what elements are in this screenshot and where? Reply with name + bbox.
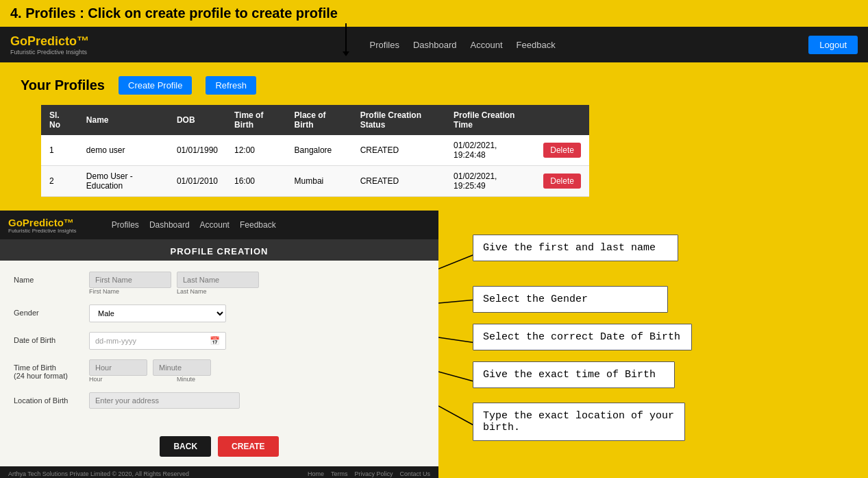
calendar-icon: 📅 <box>210 336 220 346</box>
tob-label: Time of Birth (24 hour format) <box>14 359 89 380</box>
lower-section: GoPredicto™ Futuristic Predictive Insigh… <box>0 211 868 478</box>
profiles-title: Your Profiles <box>21 77 105 93</box>
cell-name: demo user <box>78 135 169 166</box>
delete-button-2[interactable]: Delete <box>543 174 581 189</box>
tob-minute-label: Minute <box>177 376 259 383</box>
profiles-section: Your Profiles Create Profile Refresh Sl.… <box>0 62 868 211</box>
profiles-table-wrapper: Sl. No Name DOB Time of Birth Place of B… <box>41 105 847 197</box>
dob-row: Date of Birth dd-mm-yyyy 📅 <box>14 332 425 350</box>
form-title: PROFILE CREATION <box>171 246 269 256</box>
last-name-input[interactable] <box>177 272 259 288</box>
tob-minute-input[interactable] <box>153 359 211 376</box>
mini-nav-account[interactable]: Account <box>200 220 230 230</box>
dob-placeholder: dd-mm-yyyy <box>95 337 136 345</box>
cell-dob: 01/01/2010 <box>169 166 226 197</box>
first-name-label: First Name <box>89 288 171 295</box>
nav-feedback[interactable]: Feedback <box>517 40 556 50</box>
tob-hour-label: Hour <box>89 376 171 383</box>
footer-link-privacy[interactable]: Privacy Policy <box>354 470 393 477</box>
nav-profiles[interactable]: Profiles <box>370 40 399 50</box>
dob-annotation-text: Select the correct Date of Birth <box>483 331 680 343</box>
cell-tob: 12:00 <box>226 135 286 166</box>
logo-tagline: Futuristic Predictive Insights <box>10 49 89 56</box>
main-navbar: GoPredicto™ Futuristic Predictive Insigh… <box>0 27 868 62</box>
cell-pob: Bangalore <box>286 135 352 166</box>
svg-line-4 <box>438 406 476 427</box>
footer-link-terms[interactable]: Terms <box>331 470 348 477</box>
name-annotation-text: Give the first and last name <box>483 242 656 254</box>
lob-inputs <box>89 392 425 409</box>
refresh-button[interactable]: Refresh <box>206 76 256 95</box>
col-dob: DOB <box>169 105 226 135</box>
col-tob: Time of Birth <box>226 105 286 135</box>
mini-nav-feedback[interactable]: Feedback <box>240 220 276 230</box>
back-button[interactable]: BACK <box>160 436 211 457</box>
col-name: Name <box>78 105 169 135</box>
mini-navbar: GoPredicto™ Futuristic Predictive Insigh… <box>0 211 438 239</box>
footer-link-home[interactable]: Home <box>308 470 324 477</box>
cell-action: Delete <box>535 135 589 166</box>
name-row: Name First Name Last Name <box>14 272 425 295</box>
name-label: Name <box>14 272 89 284</box>
cell-dob: 01/01/1990 <box>169 135 226 166</box>
mini-nav-profiles[interactable]: Profiles <box>112 220 139 230</box>
profiles-header: Your Profiles Create Profile Refresh <box>21 76 847 95</box>
tob-row: Time of Birth (24 hour format) Hour Minu… <box>14 359 425 383</box>
cell-status: CREATED <box>352 166 445 197</box>
mini-nav-dashboard[interactable]: Dashboard <box>149 220 190 230</box>
dob-inputs: dd-mm-yyyy 📅 <box>89 332 425 350</box>
create-profile-button[interactable]: Create Profile <box>119 76 192 95</box>
col-creation-time: Profile Creation Time <box>445 105 535 135</box>
cell-sl-no: 2 <box>41 166 78 197</box>
nav-links: Profiles Dashboard Account Feedback <box>116 40 808 50</box>
cell-tob: 16:00 <box>226 166 286 197</box>
delete-button-1[interactable]: Delete <box>543 143 581 158</box>
lob-row: Location of Birth <box>14 392 425 409</box>
form-title-bar: PROFILE CREATION <box>0 239 438 261</box>
form-create-button[interactable]: CREATE <box>218 436 278 457</box>
gender-row: Gender Male Female Other <box>14 304 425 322</box>
mini-footer: Arthya Tech Solutions Private Limited © … <box>0 466 438 478</box>
footer-copyright: Arthya Tech Solutions Private Limited © … <box>8 470 189 477</box>
gender-label: Gender <box>14 304 89 317</box>
tob-sub-labels: Hour Minute <box>89 376 425 383</box>
svg-line-3 <box>438 372 476 382</box>
profile-creation-panel: GoPredicto™ Futuristic Predictive Insigh… <box>0 211 438 478</box>
dob-input-wrapper[interactable]: dd-mm-yyyy 📅 <box>89 332 226 350</box>
dob-label: Date of Birth <box>14 332 89 344</box>
col-action <box>535 105 589 135</box>
col-sl-no: Sl. No <box>41 105 78 135</box>
tob-annotation-text: Give the exact time of Birth <box>483 369 656 381</box>
first-name-input[interactable] <box>89 272 171 288</box>
top-instruction: 4. Profiles : Click on create profile to… <box>0 0 868 27</box>
gender-inputs: Male Female Other <box>89 304 425 322</box>
lob-input[interactable] <box>89 392 240 409</box>
cell-pob: Mumbai <box>286 166 352 197</box>
footer-link-contact[interactable]: Contact Us <box>399 470 430 477</box>
svg-line-1 <box>438 300 476 303</box>
cell-action: Delete <box>535 166 589 197</box>
gender-select[interactable]: Male Female Other <box>89 304 226 322</box>
profiles-table: Sl. No Name DOB Time of Birth Place of B… <box>41 105 589 197</box>
name-sub-labels: First Name Last Name <box>89 288 425 295</box>
cell-status: CREATED <box>352 135 445 166</box>
form-footer: BACK CREATE <box>0 429 438 466</box>
logout-button[interactable]: Logout <box>808 36 858 54</box>
tob-hour-input[interactable] <box>89 359 147 376</box>
mini-logo-text: GoPredicto™ <box>8 217 74 228</box>
logo-text: GoPredicto™ <box>10 34 89 49</box>
cell-creation-time: 01/02/2021, 19:25:49 <box>445 166 535 197</box>
table-row: 2 Demo User - Education 01/01/2010 16:00… <box>41 166 589 197</box>
nav-account[interactable]: Account <box>471 40 503 50</box>
nav-dashboard[interactable]: Dashboard <box>413 40 457 50</box>
name-annotation-box: Give the first and last name <box>473 235 678 261</box>
form-body: Name First Name Last Name Gender <box>0 261 438 429</box>
cell-sl-no: 1 <box>41 135 78 166</box>
tob-annotation-box: Give the exact time of Birth <box>473 361 675 388</box>
mini-logo-area: GoPredicto™ Futuristic Predictive Insigh… <box>8 217 95 234</box>
cell-name: Demo User - Education <box>78 166 169 197</box>
tob-inputs: Hour Minute <box>89 359 425 383</box>
lob-annotation-box: Type the exact location of your birth. <box>473 403 685 441</box>
footer-links: Home Terms Privacy Policy Contact Us <box>308 470 430 477</box>
mini-tagline-text: Futuristic Predictive Insights <box>8 228 95 234</box>
